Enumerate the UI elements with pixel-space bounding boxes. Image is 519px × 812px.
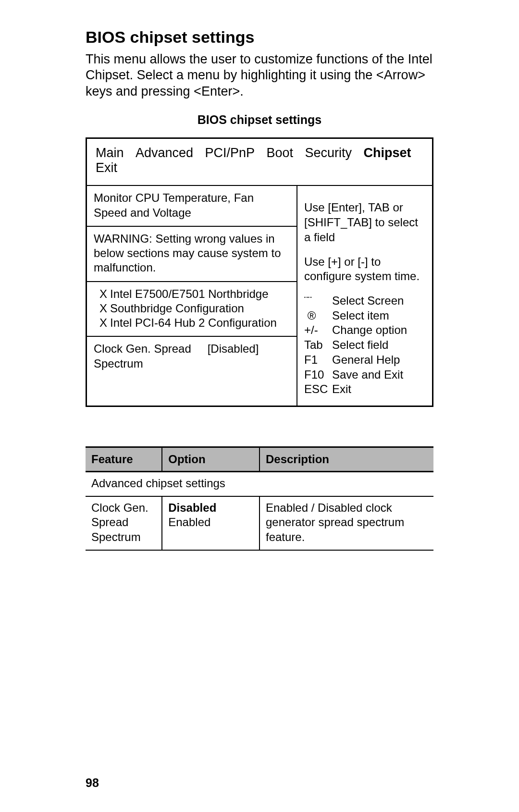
bios-legend-row: ­ ® Select item [304, 308, 425, 323]
page-number: 98 [86, 776, 99, 790]
bios-tab-boot: Boot [267, 146, 294, 160]
bios-submenu-list: XIntel E7500/E7501 Northbridge XSouthbri… [87, 281, 297, 336]
bios-tab-exit: Exit [96, 160, 117, 175]
bios-submenu-label: Southbridge Configuration [110, 302, 244, 315]
bios-warning-note: WARNING: Setting wrong values in below s… [87, 226, 297, 281]
bios-legend-row: ¨¨ Select Screen [304, 294, 425, 308]
cell-description: Enabled / Disabled clock generator sprea… [260, 496, 433, 550]
table-group-label: Advanced chipset settings [86, 472, 433, 496]
legend-symbol: Tab [304, 338, 332, 353]
submenu-marker-icon: X [99, 316, 110, 330]
table-row: Clock Gen. Spread Spectrum Disabled Enab… [86, 496, 433, 550]
legend-symbol: +/- [304, 323, 332, 338]
col-header-description: Description [260, 447, 433, 472]
figure-caption: BIOS chipset settings [86, 113, 433, 127]
bios-left-pane: Monitor CPU Temperature, Fan Speed and V… [87, 186, 297, 406]
bios-tab-main: Main [96, 146, 124, 160]
legend-text: Select field [332, 338, 425, 353]
table-group-row: Advanced chipset settings [86, 472, 433, 496]
table-header-row: Feature Option Description [86, 447, 433, 472]
bios-help-line: Use [Enter], TAB or [SHIFT_TAB] to selec… [304, 200, 425, 245]
bios-setting-value: [Disabled] [203, 342, 290, 370]
bios-legend-row: +/- Change option [304, 323, 425, 338]
bios-tab-bar: Main Advanced PCI/PnP Boot Security Chip… [87, 139, 432, 186]
col-header-option: Option [162, 447, 260, 472]
bios-legend-row: F1 General Help [304, 353, 425, 368]
bios-screenshot-box: Main Advanced PCI/PnP Boot Security Chip… [86, 137, 433, 407]
bios-monitor-note: Monitor CPU Temperature, Fan Speed and V… [87, 186, 297, 225]
legend-symbol: ­ ® [304, 308, 332, 323]
bios-submenu-item: XIntel E7500/E7501 Northbridge [94, 287, 290, 301]
bios-help-pane: Use [Enter], TAB or [SHIFT_TAB] to selec… [297, 186, 432, 406]
option-default: Disabled [168, 501, 216, 514]
bios-help-line: Use [+] or [-] to configure system time. [304, 255, 425, 284]
intro-paragraph: This menu allows the user to customize f… [86, 51, 433, 99]
submenu-marker-icon: X [99, 287, 110, 301]
bios-submenu-item: XIntel PCI-64 Hub 2 Configuration [94, 316, 290, 330]
bios-tab-pcipnp: PCI/PnP [205, 146, 255, 160]
legend-text: Select Screen [332, 294, 425, 308]
bios-legend-row: ESC Exit [304, 382, 425, 397]
legend-text: General Help [332, 353, 425, 368]
cell-feature: Clock Gen. Spread Spectrum [86, 496, 162, 550]
legend-symbol: F10 [304, 368, 332, 382]
section-heading: BIOS chipset settings [86, 28, 433, 47]
bios-legend-row: F10 Save and Exit [304, 368, 425, 382]
bios-legend-row: Tab Select field [304, 338, 425, 353]
feature-table: Feature Option Description Advanced chip… [86, 446, 433, 551]
bios-setting-row: Clock Gen. Spread Spectrum [Disabled] [87, 336, 297, 376]
col-header-feature: Feature [86, 447, 162, 472]
bios-tab-chipset: Chipset [364, 146, 411, 160]
cell-option: Disabled Enabled [162, 496, 260, 550]
submenu-marker-icon: X [99, 301, 110, 316]
legend-text: Select item [332, 308, 425, 323]
legend-text: Exit [332, 382, 425, 397]
bios-tab-advanced: Advanced [136, 146, 193, 160]
bios-submenu-label: Intel PCI-64 Hub 2 Configuration [110, 316, 277, 329]
bios-submenu-item: XSouthbridge Configuration [94, 301, 290, 316]
bios-submenu-label: Intel E7500/E7501 Northbridge [110, 287, 269, 300]
bios-tab-security: Security [305, 146, 352, 160]
legend-symbol: F1 [304, 353, 332, 368]
legend-symbol: ¨¨ [304, 294, 332, 308]
option-alt: Enabled [168, 516, 210, 529]
legend-symbol: ESC [304, 382, 332, 397]
legend-text: Change option [332, 323, 425, 338]
legend-text: Save and Exit [332, 368, 425, 382]
bios-setting-label: Clock Gen. Spread Spectrum [94, 342, 203, 370]
